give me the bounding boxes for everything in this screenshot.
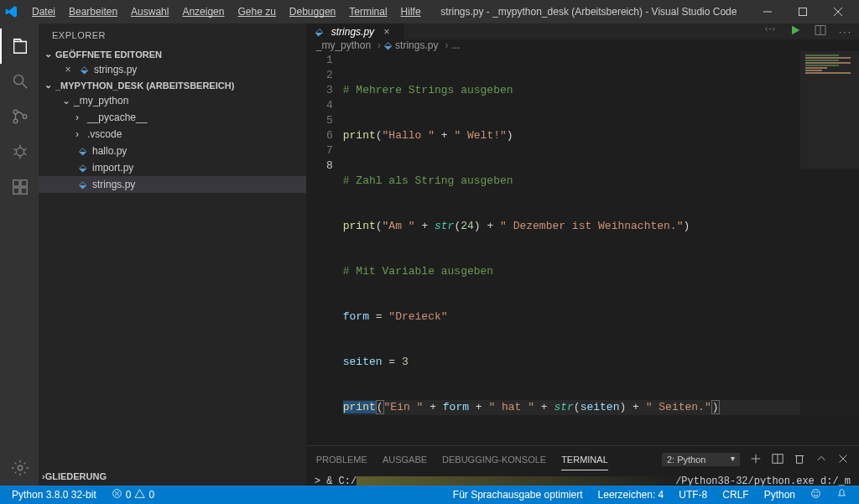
minimap[interactable] xyxy=(800,51,859,445)
activity-search-icon[interactable] xyxy=(0,64,39,99)
editor-tab-actions: ··· xyxy=(763,23,859,39)
bottom-panel: PROBLEME AUSGABE DEBUGGING-KONSOLE TERMI… xyxy=(306,445,859,486)
svg-rect-18 xyxy=(21,188,27,194)
tree-item-label: __pycache__ xyxy=(87,112,147,123)
outline-section[interactable]: › GLIEDERUNG xyxy=(39,467,306,486)
svg-point-36 xyxy=(812,490,820,498)
breadcrumbs[interactable]: _my_python › ⬙strings.py › ... xyxy=(306,39,859,51)
tree-file[interactable]: ⬙ strings.py xyxy=(39,176,306,193)
python-file-icon: ⬙ xyxy=(75,145,89,157)
activity-extensions-icon[interactable] xyxy=(0,169,39,205)
breadcrumb-item[interactable]: ⬙strings.py xyxy=(384,39,438,51)
error-icon xyxy=(112,488,122,501)
terminal-selector[interactable]: 2: Python xyxy=(662,453,740,466)
svg-point-20 xyxy=(18,465,23,470)
menu-view[interactable]: Anzeigen xyxy=(175,3,231,21)
tree-folder[interactable]: › .vscode xyxy=(39,126,306,143)
panel-tab-debug-console[interactable]: DEBUGGING-KONSOLE xyxy=(442,449,546,470)
status-python-version[interactable]: Python 3.8.0 32-bit xyxy=(7,489,102,501)
chevron-right-icon: › xyxy=(75,112,87,123)
menu-edit[interactable]: Bearbeiten xyxy=(62,3,124,21)
minimap-render xyxy=(805,55,856,75)
terminal-output[interactable]: > & C://Python38-32/python.exe d:/_m _my… xyxy=(306,473,859,486)
split-editor-icon[interactable] xyxy=(814,23,827,39)
svg-line-14 xyxy=(24,153,27,155)
compare-changes-icon[interactable] xyxy=(763,23,777,39)
open-editor-filename: strings.py xyxy=(94,64,137,75)
close-icon[interactable]: × xyxy=(381,26,393,38)
svg-line-11 xyxy=(14,148,17,150)
chevron-right-icon: › xyxy=(75,128,87,140)
open-editor-item[interactable]: × ⬙ strings.py xyxy=(39,61,306,78)
breadcrumb-item[interactable]: ... xyxy=(451,39,460,51)
editor-tab-label: strings.py xyxy=(331,26,374,38)
close-panel-icon[interactable] xyxy=(837,453,849,466)
svg-rect-28 xyxy=(797,456,803,464)
status-notifications-icon[interactable] xyxy=(831,488,852,501)
chevron-down-icon: ⌄ xyxy=(42,80,54,91)
status-feedback-icon[interactable] xyxy=(805,488,826,501)
svg-line-13 xyxy=(14,153,17,155)
activity-scm-icon[interactable] xyxy=(0,99,39,134)
svg-point-37 xyxy=(814,491,815,492)
svg-marker-21 xyxy=(792,26,799,35)
run-icon[interactable] xyxy=(789,23,802,39)
tree-file[interactable]: ⬙ hallo.py xyxy=(39,143,306,159)
maximize-panel-icon[interactable] xyxy=(815,453,827,466)
open-editors-section[interactable]: ⌄ GEÖFFNETE EDITOREN xyxy=(39,47,306,61)
code-editor[interactable]: 12345678 # Mehrere Strings ausgeben prin… xyxy=(306,51,859,445)
minimize-button[interactable] xyxy=(750,0,785,23)
svg-point-9 xyxy=(16,148,23,155)
svg-marker-35 xyxy=(135,490,144,498)
chevron-down-icon: ⌄ xyxy=(62,95,74,107)
python-file-icon: ⬙ xyxy=(315,26,328,38)
menu-terminal[interactable]: Terminal xyxy=(342,3,393,21)
status-indentation[interactable]: Leerzeichen: 4 xyxy=(593,489,669,501)
chevron-right-icon: › xyxy=(377,39,381,51)
status-encoding[interactable]: UTF-8 xyxy=(674,489,712,501)
svg-rect-19 xyxy=(21,180,27,186)
status-language[interactable]: Python xyxy=(759,489,800,501)
workspace-section[interactable]: ⌄ _MYPYTHON_DESK (ARBEITSBEREICH) xyxy=(39,78,306,92)
window-title: strings.py - _mypython_desk (Arbeitsbere… xyxy=(428,6,750,18)
close-button[interactable] xyxy=(820,0,856,23)
menu-debug[interactable]: Debuggen xyxy=(283,3,342,21)
menubar: Datei Bearbeiten Auswahl Anzeigen Gehe z… xyxy=(25,3,428,21)
new-terminal-icon[interactable] xyxy=(750,453,762,466)
warning-icon xyxy=(134,488,145,501)
tree-item-label: .vscode xyxy=(87,128,122,140)
chevron-right-icon: › xyxy=(445,39,448,51)
status-problems[interactable]: 0 0 xyxy=(107,488,159,501)
kill-terminal-icon[interactable] xyxy=(794,453,805,466)
python-file-icon: ⬙ xyxy=(75,179,89,190)
activity-explorer-icon[interactable] xyxy=(0,29,39,64)
menu-go[interactable]: Gehe zu xyxy=(231,3,282,21)
split-terminal-icon[interactable] xyxy=(772,453,784,466)
breadcrumb-item[interactable]: _my_python xyxy=(316,39,371,51)
code-content[interactable]: # Mehrere Strings ausgeben print("Hallo … xyxy=(343,51,859,445)
tree-folder-root[interactable]: ⌄ _my_python xyxy=(39,92,306,109)
svg-rect-1 xyxy=(799,8,807,16)
menu-selection[interactable]: Auswahl xyxy=(124,3,175,21)
explorer-title: EXPLORER xyxy=(39,23,306,47)
svg-rect-17 xyxy=(13,188,19,194)
activity-debug-icon[interactable] xyxy=(0,134,39,169)
tree-file[interactable]: ⬙ import.py xyxy=(39,159,306,176)
editor-group: ⬙ strings.py × ··· _my_python › ⬙strings… xyxy=(306,23,859,486)
maximize-button[interactable] xyxy=(785,0,820,23)
status-eol[interactable]: CRLF xyxy=(717,489,753,501)
tree-folder[interactable]: › __pycache__ xyxy=(39,109,306,126)
menu-help[interactable]: Hilfe xyxy=(394,3,428,21)
panel-tab-output[interactable]: AUSGABE xyxy=(383,449,427,470)
activity-settings-icon[interactable] xyxy=(0,450,39,486)
outline-label: GLIEDERUNG xyxy=(45,471,107,481)
activity-bar xyxy=(0,23,39,486)
editor-tab[interactable]: ⬙ strings.py × xyxy=(306,23,405,39)
menu-file[interactable]: Datei xyxy=(25,3,62,21)
more-actions-icon[interactable]: ··· xyxy=(839,26,852,38)
panel-tab-problems[interactable]: PROBLEME xyxy=(316,449,367,470)
svg-point-6 xyxy=(13,110,18,114)
status-speech-optimized[interactable]: Für Sprachausgabe optimiert xyxy=(448,489,588,501)
close-icon[interactable]: × xyxy=(62,64,74,75)
panel-tab-terminal[interactable]: TERMINAL xyxy=(561,449,608,470)
